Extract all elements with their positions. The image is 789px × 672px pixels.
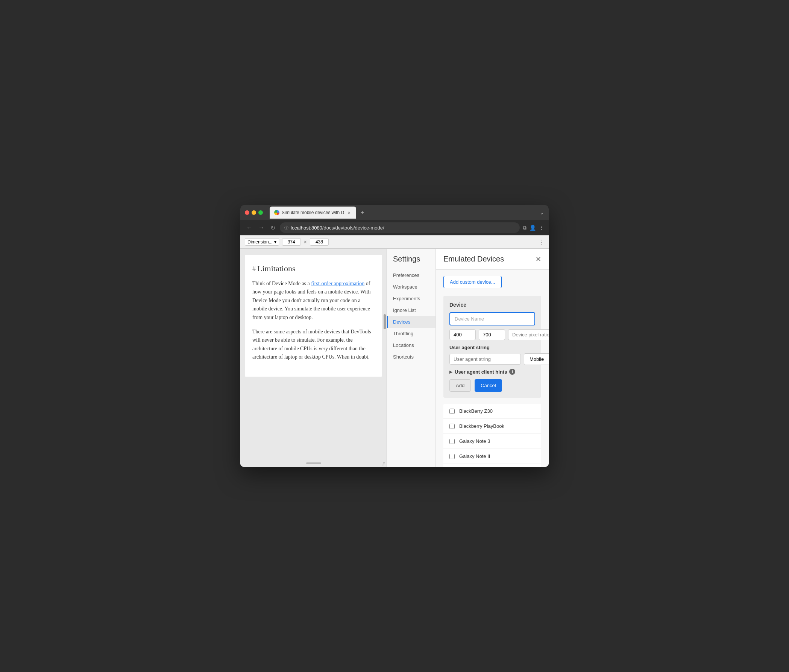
- device-name-blackberry-playbook: Blackberry PlayBook: [459, 423, 504, 429]
- page-paragraph-1: Think of Device Mode as a first-order ap…: [252, 280, 375, 322]
- address-bar: ← → ↻ ⓘ localhost:8080/docs/devtools/dev…: [240, 220, 549, 235]
- settings-title: Settings: [387, 255, 436, 269]
- emulated-title: Emulated Devices: [443, 255, 504, 263]
- list-item[interactable]: Galaxy Note II: [443, 449, 541, 464]
- url-host: localhost:8080: [291, 225, 322, 230]
- device-name-galaxy-note3: Galaxy Note 3: [459, 438, 490, 444]
- height-input[interactable]: [310, 238, 329, 246]
- reload-button[interactable]: ↻: [269, 224, 277, 232]
- dimensions-row: [449, 329, 535, 340]
- device-form: Device User agent string: [443, 296, 541, 398]
- forward-button[interactable]: →: [257, 224, 266, 232]
- profile-button[interactable]: 👤: [530, 225, 536, 230]
- tab-menu-button[interactable]: ⌄: [540, 210, 544, 216]
- resize-handle[interactable]: //: [380, 461, 387, 467]
- dimension-x-separator: ×: [304, 239, 307, 245]
- width-input[interactable]: [282, 238, 301, 246]
- traffic-lights: [245, 210, 263, 215]
- heading-hash: #: [252, 265, 256, 273]
- list-item[interactable]: Galaxy Note 3: [443, 434, 541, 449]
- para1-link[interactable]: first-order approximation: [311, 281, 364, 286]
- list-item[interactable]: Blackberry PlayBook: [443, 419, 541, 434]
- dimension-label: Dimension...: [248, 239, 273, 245]
- device-checkbox-galaxy-note2[interactable]: [449, 454, 455, 459]
- emulated-header: Emulated Devices ✕: [436, 249, 549, 270]
- pixel-ratio-input[interactable]: [508, 329, 549, 340]
- hints-toggle-button[interactable]: ▶ User agent client hints i: [449, 369, 535, 375]
- lock-icon: ⓘ: [284, 225, 288, 230]
- list-item[interactable]: Galaxy S III: [443, 464, 541, 467]
- add-device-submit-button[interactable]: Add: [449, 379, 471, 392]
- sidebar-item-ignore-list[interactable]: Ignore List: [387, 304, 436, 316]
- sidebar-item-throttling[interactable]: Throttling: [387, 328, 436, 339]
- url-path: /docs/devtools/device-mode/: [322, 225, 384, 230]
- page-paragraph-2: There are some aspects of mobile devices…: [252, 328, 375, 362]
- active-tab[interactable]: Simulate mobile devices with D ✕: [270, 206, 356, 219]
- add-custom-device-button[interactable]: Add custom device...: [443, 276, 502, 288]
- tab-favicon-icon: [274, 210, 280, 215]
- url-display: localhost:8080/docs/devtools/device-mode…: [291, 225, 384, 230]
- page-bottom-bar: [306, 462, 321, 464]
- user-agent-section: User agent string Mobile Desktop Tablet: [449, 345, 535, 365]
- title-bar: Simulate mobile devices with D ✕ + ⌄: [240, 205, 549, 220]
- settings-sidebar: Settings Preferences Workspace Experimen…: [387, 249, 436, 467]
- dimension-select[interactable]: Dimension... ▾: [245, 238, 279, 246]
- settings-panel: Settings Preferences Workspace Experimen…: [387, 249, 549, 467]
- hints-label: User agent client hints: [455, 369, 507, 375]
- page-scrollbar[interactable]: [383, 314, 386, 329]
- split-view-button[interactable]: ⧉: [523, 225, 527, 231]
- list-item[interactable]: BlackBerry Z30: [443, 404, 541, 419]
- emulated-content: Add custom device... Device User agent s…: [436, 270, 549, 467]
- sidebar-item-workspace[interactable]: Workspace: [387, 281, 436, 293]
- tab-close-icon[interactable]: ✕: [347, 210, 351, 215]
- main-content: # Limitations Think of Device Mode as a …: [240, 249, 549, 467]
- user-agent-label: User agent string: [449, 345, 535, 350]
- user-agent-hints-section: ▶ User agent client hints i: [449, 369, 535, 375]
- user-agent-row: Mobile Desktop Tablet: [449, 353, 535, 365]
- cancel-button[interactable]: Cancel: [474, 379, 502, 392]
- device-checkbox-galaxy-note3[interactable]: [449, 439, 455, 444]
- device-height-input[interactable]: [479, 329, 505, 340]
- page-content-wrapper: # Limitations Think of Device Mode as a …: [240, 249, 387, 382]
- sidebar-item-experiments[interactable]: Experiments: [387, 293, 436, 304]
- form-actions: Add Cancel: [449, 379, 535, 392]
- toolbar-more-button[interactable]: ⋮: [538, 238, 544, 246]
- page-card: # Limitations Think of Device Mode as a …: [245, 255, 382, 377]
- devtools-toolbar: Dimension... ▾ × ⋮: [240, 235, 549, 249]
- minimize-traffic-light[interactable]: [252, 210, 256, 215]
- tab-title: Simulate mobile devices with D: [282, 210, 344, 215]
- device-width-input[interactable]: [449, 329, 476, 340]
- new-tab-button[interactable]: +: [358, 209, 367, 216]
- user-agent-input[interactable]: [449, 354, 521, 365]
- emulated-devices-panel: Emulated Devices ✕ Add custom device... …: [436, 249, 549, 467]
- back-button[interactable]: ←: [245, 224, 254, 232]
- more-menu-button[interactable]: ⋮: [539, 225, 544, 230]
- device-section-label: Device: [449, 302, 535, 308]
- page-preview: # Limitations Think of Device Mode as a …: [240, 249, 387, 467]
- toolbar-right: ⧉ 👤 ⋮: [523, 225, 544, 231]
- close-traffic-light[interactable]: [245, 210, 249, 215]
- sidebar-item-preferences[interactable]: Preferences: [387, 269, 436, 281]
- device-checkbox-blackberry-playbook[interactable]: [449, 424, 455, 429]
- sidebar-item-devices[interactable]: Devices: [387, 316, 436, 328]
- url-bar[interactable]: ⓘ localhost:8080/docs/devtools/device-mo…: [280, 222, 520, 233]
- heading-text: Limitations: [257, 264, 295, 274]
- hints-info-icon[interactable]: i: [509, 369, 515, 375]
- user-agent-type-select[interactable]: Mobile Desktop Tablet: [524, 353, 549, 365]
- para1-text-before-link: Think of Device Mode as a: [252, 281, 311, 286]
- para1-text-after-link: of how your page looks and feels on a mo…: [252, 281, 371, 320]
- device-name-blackberry-z30: BlackBerry Z30: [459, 408, 493, 414]
- device-name-galaxy-note2: Galaxy Note II: [459, 453, 490, 459]
- tab-bar: Simulate mobile devices with D ✕ +: [270, 206, 537, 219]
- hints-arrow-icon: ▶: [449, 370, 452, 374]
- device-checkbox-blackberry-z30[interactable]: [449, 409, 455, 414]
- browser-window: Simulate mobile devices with D ✕ + ⌄ ← →…: [240, 205, 549, 467]
- device-name-input[interactable]: [449, 312, 535, 325]
- device-list: BlackBerry Z30 Blackberry PlayBook Galax…: [443, 404, 541, 467]
- sidebar-item-locations[interactable]: Locations: [387, 339, 436, 351]
- close-button[interactable]: ✕: [535, 256, 541, 262]
- dimension-chevron-icon: ▾: [274, 239, 276, 245]
- sidebar-item-shortcuts[interactable]: Shortcuts: [387, 351, 436, 363]
- page-heading: # Limitations: [252, 264, 375, 274]
- maximize-traffic-light[interactable]: [258, 210, 263, 215]
